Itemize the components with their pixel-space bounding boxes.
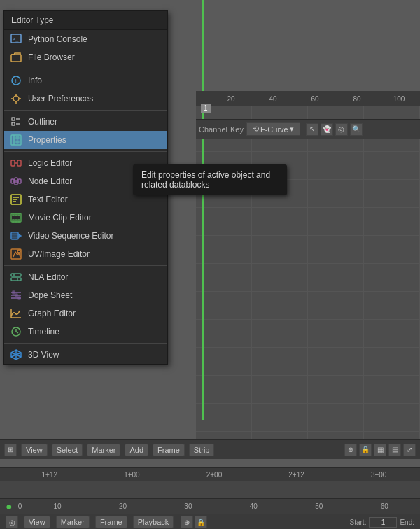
separator-3	[4, 151, 167, 152]
menu-item-uv-image-editor[interactable]: UV/Image Editor	[4, 245, 167, 263]
start-field[interactable]: 1	[369, 517, 397, 528]
separator-2	[4, 110, 167, 111]
view-button[interactable]: View	[21, 444, 48, 456]
menu-item-info[interactable]: i Info	[4, 71, 167, 90]
expand-icon[interactable]: ⤢	[403, 444, 416, 456]
node-editor-label: Node Editor	[28, 176, 72, 186]
graph-toolbar: Channel Key ⟲ F-Curve ▾ ↖ 👻 ◎ 🔍	[196, 119, 420, 139]
menu-item-3d-view[interactable]: 3D View	[4, 346, 167, 364]
separator-1	[4, 69, 167, 69]
movie-clip-editor-label: Movie Clip Editor	[28, 213, 92, 223]
bottom-bar-bottom: ◎ View Marker Frame Playback ⊕ 🔒 Start: …	[0, 514, 420, 529]
menu-item-nla-editor[interactable]: NLA Editor	[4, 268, 167, 286]
svg-rect-11	[12, 122, 15, 125]
lock-bottom-icon[interactable]: 🔒	[195, 516, 207, 528]
ruler-mark: 100	[378, 95, 420, 103]
svg-rect-47	[11, 278, 21, 281]
ruler-mid-5: 50	[289, 502, 349, 510]
ruler-mid-6: 60	[355, 502, 414, 510]
svg-rect-10	[12, 118, 15, 120]
svg-rect-23	[15, 178, 18, 181]
ruler: 20 40 60 80 100	[196, 91, 420, 106]
menu-item-user-prefs[interactable]: User Preferences	[4, 90, 167, 108]
timeline-corner-icon[interactable]: ⊞	[4, 444, 17, 456]
fcurve-dropdown[interactable]: ⟲ F-Curve ▾	[246, 122, 300, 136]
logic-editor-label: Logic Editor	[28, 158, 72, 168]
svg-rect-46	[11, 274, 21, 276]
menu-item-properties[interactable]: Properties	[4, 131, 167, 149]
tl-mark-1: 1+00	[91, 471, 174, 479]
timeline-icon	[10, 326, 22, 337]
view-bottom-button[interactable]: View	[24, 516, 50, 528]
marker-bottom-button[interactable]: Marker	[56, 516, 90, 528]
end-label: End:	[400, 519, 414, 526]
user-prefs-icon	[10, 93, 22, 104]
python-console-label: Python Console	[28, 34, 88, 44]
snap-icon[interactable]: ⊕	[344, 444, 357, 456]
svg-rect-35	[15, 213, 17, 216]
properties-label: Properties	[28, 135, 66, 145]
svg-rect-18	[11, 160, 15, 166]
view-icon[interactable]: ◎	[335, 123, 348, 136]
menu-item-dope-sheet[interactable]: Dope Sheet	[4, 286, 167, 304]
graph-grid	[196, 98, 420, 459]
key-label[interactable]: Key	[230, 125, 244, 134]
tl-mark-0: 1+12	[8, 471, 91, 479]
channel-label[interactable]: Channel	[199, 125, 227, 134]
nav-icon[interactable]: ◎	[6, 516, 18, 528]
file-browser-icon	[10, 52, 22, 63]
ruler-mark: 20	[210, 95, 252, 103]
svg-rect-2	[11, 55, 21, 62]
separator-5	[4, 343, 167, 344]
ruler-mark: 60	[294, 95, 336, 103]
grid2-icon[interactable]: ▤	[388, 444, 401, 456]
select-button[interactable]: Select	[52, 444, 83, 456]
playback-bottom-button[interactable]: Playback	[133, 516, 174, 528]
ruler-mark: 80	[336, 95, 378, 103]
svg-point-16	[16, 136, 19, 139]
timeline-marks-row: 1+12 1+00 2+00 2+12 3+00	[0, 467, 420, 481]
select-tool-icon[interactable]: ↖	[306, 123, 318, 136]
svg-rect-53	[13, 291, 15, 294]
svg-rect-55	[18, 297, 20, 299]
lock-icon[interactable]: 🔒	[359, 444, 372, 456]
ghost-icon[interactable]: 👻	[321, 123, 333, 136]
menu-item-timeline[interactable]: Timeline	[4, 323, 167, 341]
svg-rect-37	[13, 220, 14, 222]
marker-button[interactable]: Marker	[87, 444, 120, 456]
menu-item-video-sequence-editor[interactable]: Video Sequence Editor	[4, 227, 167, 245]
ruler-marks: 20 40 60 80 100	[196, 95, 420, 103]
snap-bottom-icon[interactable]: ⊕	[181, 516, 193, 528]
fcurve-label: F-Curve	[260, 125, 288, 134]
frame-button[interactable]: Frame	[153, 444, 185, 456]
strip-button[interactable]: Strip	[189, 444, 215, 456]
separator-4	[4, 265, 167, 266]
logic-editor-icon	[10, 157, 22, 169]
zoom-icon[interactable]: 🔍	[350, 123, 363, 136]
menu-item-file-browser[interactable]: File Browser	[4, 48, 167, 66]
menu-item-outliner[interactable]: Outliner	[4, 113, 167, 131]
svg-rect-38	[15, 220, 17, 222]
strip-timeline[interactable]	[0, 481, 420, 498]
tooltip-text: Edit properties of active object and rel…	[141, 170, 270, 190]
svg-rect-19	[18, 160, 21, 166]
uv-image-icon	[10, 248, 22, 260]
svg-rect-34	[13, 213, 14, 216]
svg-point-17	[16, 141, 19, 143]
svg-text:>_: >_	[13, 36, 19, 42]
svg-rect-24	[15, 182, 18, 185]
svg-line-60	[16, 332, 18, 333]
menu-item-graph-editor[interactable]: Graph Editor	[4, 304, 167, 323]
menu-item-movie-clip-editor[interactable]: Movie Clip Editor	[4, 209, 167, 227]
menu-item-python-console[interactable]: >_ Python Console	[4, 30, 167, 48]
properties-icon	[10, 134, 22, 146]
grid-icon[interactable]: ▦	[374, 444, 386, 456]
dope-sheet-label: Dope Sheet	[28, 290, 72, 300]
tl-mark-2: 2+00	[173, 471, 255, 479]
svg-rect-42	[11, 237, 18, 238]
outliner-icon	[10, 116, 22, 127]
frame-bottom-button[interactable]: Frame	[95, 516, 127, 528]
add-button[interactable]: Add	[125, 444, 148, 456]
movie-clip-icon	[10, 212, 22, 223]
svg-rect-36	[18, 213, 20, 216]
